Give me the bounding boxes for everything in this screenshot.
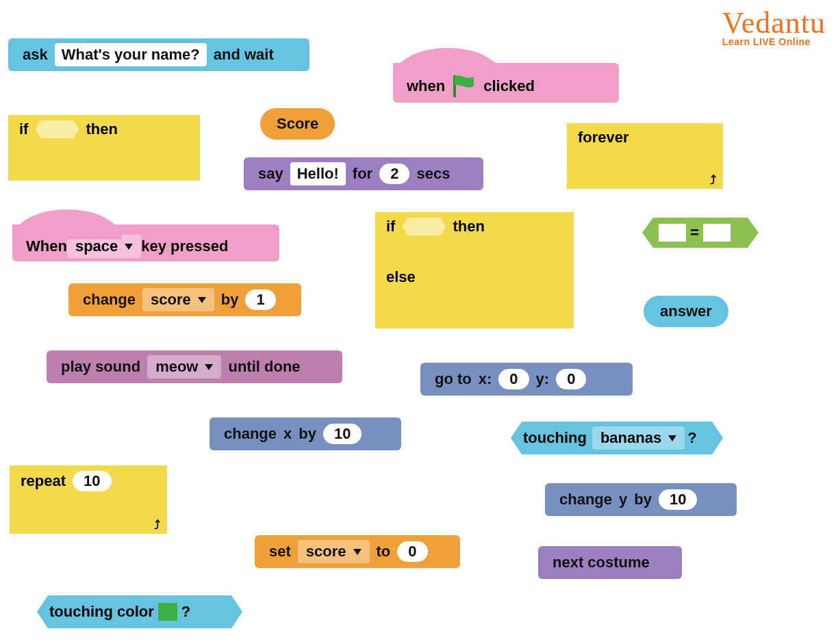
answer-reporter[interactable]: answer [644, 296, 728, 327]
set-score-val[interactable]: 0 [397, 541, 427, 562]
touching-sensor[interactable]: touching bananas ? [511, 422, 723, 454]
clicked-label: clicked [483, 77, 535, 95]
change-score-block[interactable]: change score by 1 [68, 283, 301, 316]
ask-prompt-input[interactable]: What's your name? [55, 43, 207, 66]
repeat-loop-arrow-icon: ⤴ [154, 518, 160, 532]
goto-y-input[interactable]: 0 [556, 369, 586, 389]
change-y-var: y [619, 491, 627, 508]
vedantu-logo: Vedantu Learn LIVE Online [722, 5, 826, 47]
else-label: else [386, 268, 416, 286]
equals-op: = [690, 224, 699, 242]
ask-label: ask [23, 46, 48, 64]
set-score-block[interactable]: set score to 0 [255, 535, 460, 568]
change-y-label1: change [559, 491, 612, 508]
if-label-2: if [386, 218, 395, 235]
next-costume-block[interactable]: next costume [538, 546, 682, 579]
play-sound-label: play sound [61, 358, 140, 376]
touching-q: ? [687, 429, 696, 447]
touching-target-dropdown[interactable]: bananas [592, 426, 685, 450]
goto-label: go to [435, 370, 472, 388]
answer-label: answer [660, 302, 712, 320]
change-x-block[interactable]: change x by 10 [210, 417, 401, 450]
say-label: say [258, 165, 283, 183]
change-x-label1: change [224, 425, 277, 443]
score-variable-reporter[interactable]: Score [260, 108, 335, 140]
when-key-pressed-hat[interactable]: When space key pressed [12, 224, 279, 261]
set-label: set [269, 543, 291, 561]
color-swatch-input[interactable] [158, 603, 177, 621]
key-pressed-label: key pressed [141, 237, 228, 255]
key-dropdown[interactable]: space [67, 235, 141, 258]
x-label: x: [479, 370, 492, 388]
when-label: when [407, 77, 445, 95]
if-label: if [19, 120, 28, 138]
key-value: space [75, 237, 118, 255]
score-var-name: Score [277, 115, 318, 133]
if-block[interactable]: if then [8, 115, 200, 181]
change-x-var: x [283, 425, 292, 443]
y-label: y: [536, 370, 550, 388]
ask-block[interactable]: ask What's your name? and wait [8, 38, 309, 71]
goto-block[interactable]: go to x: 0 y: 0 [420, 363, 633, 396]
play-sound-block[interactable]: play sound meow until done [47, 350, 342, 383]
if-else-condition-slot[interactable] [402, 218, 446, 235]
when-flag-clicked-hat[interactable]: when clicked [393, 63, 619, 103]
when-key-label: When [26, 237, 67, 255]
say-block[interactable]: say Hello! for 2 secs [244, 157, 483, 190]
equals-right-input[interactable] [703, 224, 731, 242]
goto-x-input[interactable]: 0 [498, 369, 529, 389]
secs-label: secs [416, 165, 450, 183]
green-flag-icon [450, 74, 478, 99]
if-condition-slot[interactable] [35, 120, 79, 138]
change-x-label2: by [299, 425, 316, 443]
change-label: change [83, 291, 136, 309]
touching-color-sensor[interactable]: touching color ? [37, 595, 242, 628]
change-score-var-dropdown[interactable]: score [142, 288, 214, 311]
set-score-var-dropdown[interactable]: score [298, 540, 370, 563]
change-score-val[interactable]: 1 [245, 289, 275, 310]
logo-tagline: Learn LIVE Online [722, 36, 826, 47]
say-secs-input[interactable]: 2 [379, 164, 409, 184]
next-costume-label: next costume [553, 554, 650, 571]
change-y-block[interactable]: change y by 10 [545, 483, 737, 516]
then-label-2: then [453, 218, 484, 235]
equals-operator[interactable]: = [642, 218, 759, 248]
until-done-label: until done [228, 358, 300, 376]
repeat-times-input[interactable]: 10 [73, 471, 111, 491]
equals-left-input[interactable] [659, 224, 686, 242]
touching-color-label: touching color [49, 603, 154, 621]
repeat-label: repeat [21, 472, 66, 490]
touching-color-q: ? [181, 603, 190, 621]
to-label: to [377, 543, 391, 561]
logo-brand: Vedantu [722, 5, 826, 40]
forever-block[interactable]: forever ⤴ [567, 123, 723, 189]
if-else-block[interactable]: if then else [375, 212, 574, 329]
forever-label: forever [578, 129, 629, 146]
sound-dropdown[interactable]: meow [147, 355, 221, 378]
ask-wait-label: and wait [214, 46, 274, 64]
repeat-block[interactable]: repeat 10 ⤴ [10, 465, 167, 534]
change-y-val[interactable]: 10 [659, 489, 697, 510]
change-x-val[interactable]: 10 [323, 424, 361, 444]
for-label: for [353, 165, 372, 183]
loop-arrow-icon: ⤴ [710, 173, 716, 188]
change-y-label2: by [634, 491, 652, 508]
say-text-input[interactable]: Hello! [290, 162, 346, 185]
then-label: then [86, 120, 117, 138]
by-label: by [221, 291, 239, 309]
touching-label: touching [523, 429, 587, 447]
